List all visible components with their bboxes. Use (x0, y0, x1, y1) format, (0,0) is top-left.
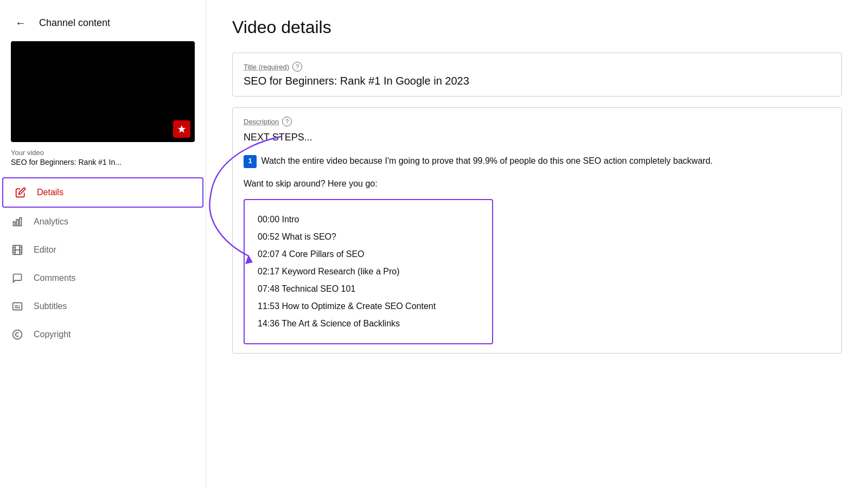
description-content: NEXT STEPS... 1 Watch the entire video b… (244, 130, 831, 344)
svg-rect-2 (20, 218, 21, 226)
skip-text: Want to skip around? Here you go: (244, 177, 831, 191)
sidebar-title: Channel content (39, 17, 110, 29)
description-field-label: Description ? (244, 117, 831, 126)
copyright-label: Copyright (34, 330, 71, 339)
details-label: Details (37, 188, 63, 197)
film-icon (11, 243, 24, 256)
sidebar-nav: Details Analytics Editor (0, 177, 206, 349)
back-arrow-icon: ← (15, 17, 26, 29)
title-label-text: Title (required) (244, 63, 289, 71)
video-your-label: Your video (11, 149, 195, 157)
description-field-group[interactable]: Description ? NEXT STEPS... 1 Watch the … (232, 107, 842, 354)
next-steps-text: NEXT STEPS... (244, 130, 831, 145)
video-thumbnail (11, 41, 195, 142)
main-content: Video details Title (required) ? SEO for… (206, 0, 868, 488)
subtitles-icon (11, 300, 24, 313)
svg-rect-0 (14, 222, 15, 226)
analytics-label: Analytics (34, 217, 68, 227)
title-field-value: SEO for Beginners: Rank #1 In Google in … (244, 75, 831, 87)
title-help-icon[interactable]: ? (292, 62, 302, 72)
editor-label: Editor (34, 245, 56, 255)
bar-chart-icon (11, 215, 24, 228)
back-button[interactable]: ← (11, 13, 30, 33)
video-thumbnail-container (11, 41, 195, 142)
sidebar-item-copyright[interactable]: Copyright (0, 320, 206, 349)
timestamp-2: 02:07 4 Core Pillars of SEO (258, 246, 479, 263)
description-help-icon[interactable]: ? (282, 117, 292, 126)
timestamp-3: 02:17 Keyword Research (like a Pro) (258, 263, 479, 280)
comment-icon (11, 272, 24, 285)
step-badge: 1 (244, 155, 257, 168)
sidebar-item-details[interactable]: Details (2, 177, 203, 208)
step-one-text: 1 Watch the entire video because I'm goi… (244, 154, 831, 168)
title-field-group[interactable]: Title (required) ? SEO for Beginners: Ra… (232, 53, 842, 97)
svg-rect-1 (16, 220, 18, 226)
video-info: Your video SEO for Beginners: Rank #1 In… (0, 149, 206, 173)
step-one-content: Watch the entire video because I'm going… (261, 156, 712, 165)
sidebar: ← Channel content Your video SEO for Beg… (0, 0, 206, 488)
sidebar-item-comments[interactable]: Comments (0, 264, 206, 292)
timestamp-4: 07:48 Technical SEO 101 (258, 280, 479, 298)
comments-label: Comments (34, 273, 75, 283)
sidebar-item-subtitles[interactable]: Subtitles (0, 292, 206, 320)
sidebar-header: ← Channel content (0, 0, 206, 41)
timestamp-0: 00:00 Intro (258, 211, 479, 228)
video-title: SEO for Beginners: Rank #1 In... (11, 158, 195, 166)
timestamp-5: 11:53 How to Optimize & Create SEO Conte… (258, 298, 479, 315)
timestamp-6: 14:36 The Art & Science of Backlinks (258, 315, 479, 332)
timestamps-box: 00:00 Intro 00:52 What is SEO? 02:07 4 C… (244, 199, 493, 344)
copyright-icon (11, 328, 24, 341)
description-label-text: Description (244, 118, 279, 126)
sidebar-item-editor[interactable]: Editor (0, 236, 206, 264)
sidebar-item-analytics[interactable]: Analytics (0, 208, 206, 236)
thumbnail-badge (173, 120, 190, 138)
timestamp-1: 00:52 What is SEO? (258, 228, 479, 246)
subtitles-label: Subtitles (34, 301, 67, 311)
title-field-label: Title (required) ? (244, 62, 831, 72)
pencil-icon (14, 186, 27, 199)
svg-point-15 (13, 330, 22, 339)
page-title: Video details (232, 17, 842, 37)
